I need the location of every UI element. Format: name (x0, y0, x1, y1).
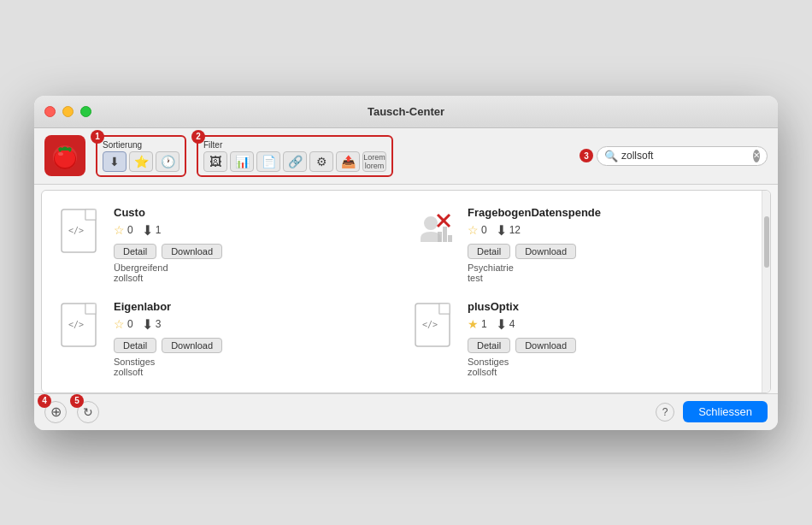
scrollbar-thumb (764, 216, 769, 268)
star-stat-plusoptix: ★ 1 (468, 317, 487, 331)
plugin-author-fragebogen: test (468, 273, 748, 283)
app-icon (44, 135, 85, 176)
minimize-traffic-light[interactable] (62, 106, 74, 117)
download-button-plusoptix[interactable]: Download (515, 338, 576, 353)
refresh-wrapper: 5 ↻ (77, 401, 99, 423)
plugin-card-plusoptix: </> plusOptix ★ 1 ⬇ 4 (404, 293, 755, 384)
star-stat-eigenlabor: ☆ 0 (114, 317, 133, 331)
plugin-icon-plusoptix: </> (411, 300, 459, 355)
svg-text:</>: </> (68, 226, 84, 235)
star-icon-eigenlabor: ☆ (114, 317, 125, 331)
plugin-author-plusoptix: zollsoft (468, 367, 748, 377)
download-button-eigenlabor[interactable]: Download (162, 338, 222, 353)
plugin-name-eigenlabor: Eigenlabor (114, 300, 394, 313)
sortierung-buttons: ⬇ ⭐ 🕐 (103, 151, 179, 172)
footer-left: 4 ⊕ 5 ↻ (44, 401, 99, 423)
add-icon: ⊕ (50, 404, 62, 420)
detail-button-plusoptix[interactable]: Detail (468, 338, 510, 353)
download-stat-plusoptix: ⬇ 4 (496, 316, 515, 333)
footer: 4 ⊕ 5 ↻ ? Schliessen (34, 393, 778, 430)
search-clear-button[interactable]: ✕ (753, 150, 760, 162)
add-plugin-wrapper: 4 ⊕ (44, 401, 67, 423)
filter-export-btn[interactable]: 📤 (336, 151, 360, 172)
svg-text:</>: </> (68, 320, 84, 329)
plugin-stats-custo: ☆ 0 ⬇ 1 (114, 222, 394, 239)
plugin-author-custo: zollsoft (114, 273, 394, 283)
svg-rect-12 (448, 235, 452, 242)
search-input[interactable] (621, 150, 750, 162)
sort-download-btn[interactable]: ⬇ (103, 151, 127, 172)
plugin-category-eigenlabor: Sonstiges (114, 357, 394, 367)
plugin-actions-plusoptix: Detail Download (468, 338, 748, 353)
download-button-fragebogen[interactable]: Download (515, 244, 576, 259)
footer-badge-5: 5 (70, 394, 84, 408)
plugin-card-fragebogen: FragebogenDatenspende ☆ 0 ⬇ 12 Detail (404, 199, 755, 290)
filter-doc-btn[interactable]: 📄 (256, 151, 280, 172)
star-icon-fragebogen: ☆ (468, 223, 479, 237)
footer-badge-4: 4 (38, 394, 51, 408)
content-area: </> Custo ☆ 0 ⬇ 1 (41, 190, 771, 393)
plugin-author-eigenlabor: zollsoft (114, 367, 394, 377)
filter-config-btn[interactable]: ⚙ (309, 151, 333, 172)
filter-chart-btn[interactable]: 📊 (230, 151, 254, 172)
svg-rect-11 (443, 227, 447, 242)
titlebar: Tausch-Center (34, 96, 778, 128)
traffic-lights (44, 106, 91, 117)
filter-link-btn[interactable]: 🔗 (283, 151, 307, 172)
plugin-stats-plusoptix: ★ 1 ⬇ 4 (468, 316, 748, 333)
plugin-icon-eigenlabor: </> (57, 300, 105, 355)
filter-image-btn[interactable]: 🖼 (203, 151, 227, 172)
plugin-actions-custo: Detail Download (114, 244, 394, 259)
plugin-name-fragebogen: FragebogenDatenspende (468, 206, 748, 219)
plugin-stats-fragebogen: ☆ 0 ⬇ 12 (468, 222, 748, 239)
filter-group: 2 Filter 🖼 📊 📄 🔗 ⚙ 📤 Loremlorem (197, 135, 393, 177)
svg-rect-10 (438, 232, 442, 242)
help-button[interactable]: ? (656, 403, 674, 422)
filter-text-btn[interactable]: Loremlorem (362, 151, 386, 172)
plugin-info-eigenlabor: Eigenlabor ☆ 0 ⬇ 3 Detail Download (114, 300, 394, 377)
plugin-name-plusoptix: plusOptix (468, 300, 748, 313)
detail-button-fragebogen[interactable]: Detail (468, 244, 510, 259)
close-button[interactable]: Schliessen (683, 401, 768, 422)
plugins-grid: </> Custo ☆ 0 ⬇ 1 (42, 191, 770, 392)
star-stat-fragebogen: ☆ 0 (468, 223, 487, 237)
plugin-actions-fragebogen: Detail Download (468, 244, 748, 259)
close-traffic-light[interactable] (44, 106, 56, 117)
download-icon-fragebogen: ⬇ (496, 222, 507, 239)
svg-point-9 (424, 216, 438, 230)
star-count-plusoptix: 1 (481, 318, 487, 330)
plugin-info-plusoptix: plusOptix ★ 1 ⬇ 4 Detail Download (468, 300, 748, 377)
sort-date-btn[interactable]: 🕐 (156, 151, 179, 172)
plugin-category-custo: Übergreifend (114, 262, 394, 273)
star-count-fragebogen: 0 (481, 224, 487, 236)
plugin-icon-fragebogen (411, 206, 459, 261)
detail-button-eigenlabor[interactable]: Detail (114, 338, 156, 353)
download-count-eigenlabor: 3 (156, 318, 162, 330)
plugin-actions-eigenlabor: Detail Download (114, 338, 394, 353)
download-count-custo: 1 (156, 224, 162, 236)
filter-label: Filter (203, 140, 386, 150)
download-count-plusoptix: 4 (509, 318, 515, 330)
download-button-custo[interactable]: Download (162, 244, 222, 259)
plugin-card-custo: </> Custo ☆ 0 ⬇ 1 (50, 199, 401, 290)
plugin-name-custo: Custo (114, 206, 394, 219)
plugin-info-custo: Custo ☆ 0 ⬇ 1 Detail Download (114, 206, 394, 283)
main-window: Tausch-Center 1 Sorti (34, 96, 778, 430)
window-title: Tausch-Center (368, 105, 444, 118)
download-count-fragebogen: 12 (509, 224, 521, 236)
download-icon-plusoptix: ⬇ (496, 316, 507, 333)
download-icon-custo: ⬇ (142, 222, 153, 239)
sortierung-group: 1 Sortierung ⬇ ⭐ 🕐 (96, 135, 186, 177)
sort-star-btn[interactable]: ⭐ (129, 151, 153, 172)
svg-rect-16 (85, 304, 96, 314)
scrollbar-track[interactable] (762, 191, 770, 392)
plugin-category-plusoptix: Sonstiges (468, 357, 748, 367)
maximize-traffic-light[interactable] (80, 106, 91, 117)
detail-button-custo[interactable]: Detail (114, 244, 156, 259)
plugin-card-eigenlabor: </> Eigenlabor ☆ 0 ⬇ 3 (50, 293, 401, 384)
filter-buttons: 🖼 📊 📄 🔗 ⚙ 📤 Loremlorem (203, 151, 386, 172)
star-icon-plusoptix: ★ (468, 317, 479, 331)
download-stat-custo: ⬇ 1 (142, 222, 162, 239)
search-area: 3 🔍 ✕ (580, 146, 768, 166)
plugin-category-fragebogen: Psychiatrie (468, 262, 748, 273)
